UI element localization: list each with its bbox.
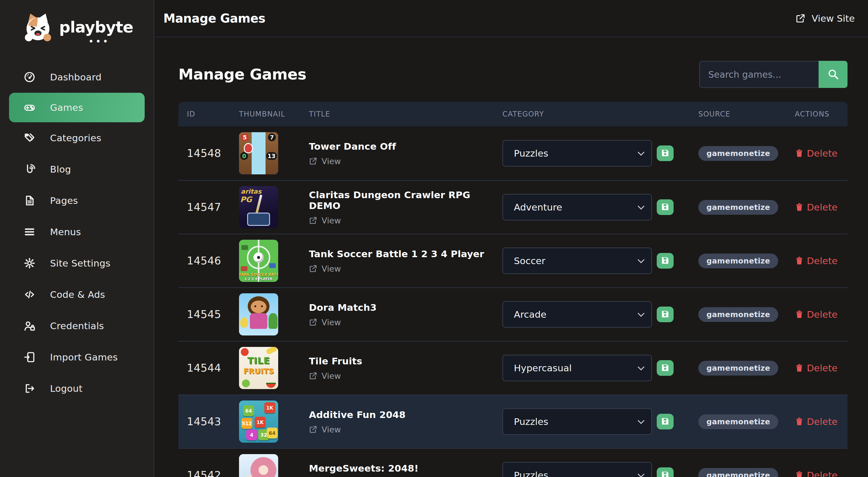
external-link-icon <box>309 372 317 380</box>
view-game-link[interactable]: View <box>309 157 341 166</box>
category-select[interactable]: Hypercasual <box>502 355 652 381</box>
column-header-actions: ACTIONS <box>795 110 847 118</box>
external-link-icon <box>309 425 317 434</box>
game-thumbnail: TANK SOCCER BATTL1 2 3 4 PLAYER <box>239 240 278 282</box>
menus-icon <box>24 226 36 238</box>
sidebar-nav: Dashboard Games Categories Blog Pages Me… <box>0 61 154 404</box>
delete-button[interactable]: Delete <box>795 202 838 213</box>
trash-icon <box>795 363 804 373</box>
save-category-button[interactable] <box>657 360 674 376</box>
external-link-icon <box>795 13 806 24</box>
save-icon <box>660 148 670 159</box>
table-header: ID THUMBNAIL TITLE CATEGORY SOURCE ACTIO… <box>179 102 847 127</box>
playbyte-logo[interactable]: playbyte ••• <box>0 0 154 49</box>
column-header-id: ID <box>179 110 231 118</box>
sidebar-item-categories[interactable]: Categories <box>0 122 154 154</box>
game-id: 14546 <box>179 255 231 267</box>
sidebar-item-logout[interactable]: Logout <box>0 373 154 404</box>
source-badge: gamemonetize <box>698 414 778 429</box>
column-header-thumbnail: THUMBNAIL <box>231 110 301 118</box>
category-select[interactable]: Soccer <box>502 247 652 274</box>
delete-button[interactable]: Delete <box>795 470 838 477</box>
delete-label: Delete <box>807 255 838 266</box>
category-select[interactable]: Puzzles <box>502 140 652 167</box>
content: Manage Games ID THUMBNAIL TITLE CATEGORY… <box>154 37 868 477</box>
view-site-link[interactable]: View Site <box>795 13 855 24</box>
sidebar: playbyte ••• Dashboard Games Categories … <box>0 0 154 477</box>
save-category-button[interactable] <box>657 414 674 430</box>
sidebar-item-games[interactable]: Games <box>9 93 145 122</box>
sidebar-item-code-ads[interactable]: Code & Ads <box>0 279 154 310</box>
sidebar-item-blog[interactable]: Blog <box>0 154 154 185</box>
sidebar-item-label: Categories <box>50 133 101 143</box>
logout-icon <box>24 382 36 395</box>
source-badge: gamemonetize <box>698 307 778 322</box>
category-select[interactable]: Arcade <box>502 301 652 328</box>
sidebar-item-label: Site Settings <box>50 258 110 269</box>
sidebar-item-site-settings[interactable]: Site Settings <box>0 247 154 279</box>
table-row: 14546 TANK SOCCER BATTL1 2 3 4 PLAYER Ta… <box>179 234 847 287</box>
category-select[interactable]: Adventure <box>502 194 652 220</box>
save-category-button[interactable] <box>657 145 674 161</box>
sidebar-item-credentials[interactable]: Credentials <box>0 310 154 341</box>
delete-button[interactable]: Delete <box>795 255 838 266</box>
table-row: 14543 641K5121K43264 Additive Fun 2048 V… <box>179 395 847 448</box>
source-badge: gamemonetize <box>698 468 778 477</box>
sidebar-item-dashboard[interactable]: Dashboard <box>0 61 154 93</box>
main-area: Manage Games View Site Manage Games ID <box>154 0 868 477</box>
sidebar-item-menus[interactable]: Menus <box>0 216 154 247</box>
categories-icon <box>24 132 36 144</box>
save-category-button[interactable] <box>657 307 674 322</box>
game-id: 14545 <box>179 308 231 320</box>
game-title: Claritas Dungeon Crawler RPG DEMO <box>309 190 502 211</box>
delete-label: Delete <box>807 309 838 320</box>
view-game-link[interactable]: View <box>309 371 341 381</box>
game-title: Tower Dance Off <box>309 141 502 152</box>
trash-icon <box>795 417 804 427</box>
save-category-button[interactable] <box>657 467 674 477</box>
table-row: 14548 57013 Tower Dance Off View Puzzles… <box>179 127 847 180</box>
source-badge: gamemonetize <box>698 361 778 376</box>
trash-icon <box>795 470 804 477</box>
sidebar-item-label: Import Games <box>50 352 118 363</box>
view-game-link[interactable]: View <box>309 425 341 434</box>
game-title: Additive Fun 2048 <box>309 409 502 420</box>
blog-icon <box>24 163 36 175</box>
view-game-link[interactable]: View <box>309 216 341 225</box>
view-game-link[interactable]: View <box>309 318 341 327</box>
sidebar-item-import-games[interactable]: Import Games <box>0 341 154 373</box>
game-id: 14542 <box>179 469 231 477</box>
trash-icon <box>795 202 804 212</box>
delete-button[interactable]: Delete <box>795 363 838 373</box>
delete-button[interactable]: Delete <box>795 309 838 320</box>
delete-button[interactable]: Delete <box>795 416 838 427</box>
column-header-title: TITLE <box>301 110 502 118</box>
external-link-icon <box>309 157 317 165</box>
game-thumbnail <box>239 293 278 336</box>
game-title: Tank Soccer Battle 1 2 3 4 Player <box>309 248 502 259</box>
sidebar-item-label: Dashboard <box>50 72 101 82</box>
save-category-button[interactable] <box>657 199 674 215</box>
delete-button[interactable]: Delete <box>795 148 838 159</box>
sidebar-item-label: Credentials <box>50 320 104 331</box>
column-header-category: CATEGORY <box>502 110 698 118</box>
sidebar-item-pages[interactable]: Pages <box>0 185 154 216</box>
save-icon <box>660 363 670 373</box>
sidebar-item-label: Games <box>50 102 83 113</box>
search-button[interactable] <box>818 61 847 88</box>
category-select[interactable]: Puzzles <box>502 462 652 477</box>
save-icon <box>660 416 670 427</box>
credentials-icon <box>24 320 36 332</box>
save-category-button[interactable] <box>657 253 674 269</box>
delete-label: Delete <box>807 363 838 373</box>
external-link-icon <box>309 264 317 273</box>
view-game-link[interactable]: View <box>309 264 341 273</box>
external-link-icon <box>309 216 317 225</box>
game-title: Tile Fruits <box>309 355 502 367</box>
delete-label: Delete <box>807 148 838 159</box>
source-badge: gamemonetize <box>698 200 778 215</box>
search-input[interactable] <box>699 61 818 88</box>
view-link-label: View <box>321 425 341 434</box>
category-select[interactable]: Puzzles <box>502 408 652 435</box>
game-title: Dora Match3 <box>309 302 502 313</box>
